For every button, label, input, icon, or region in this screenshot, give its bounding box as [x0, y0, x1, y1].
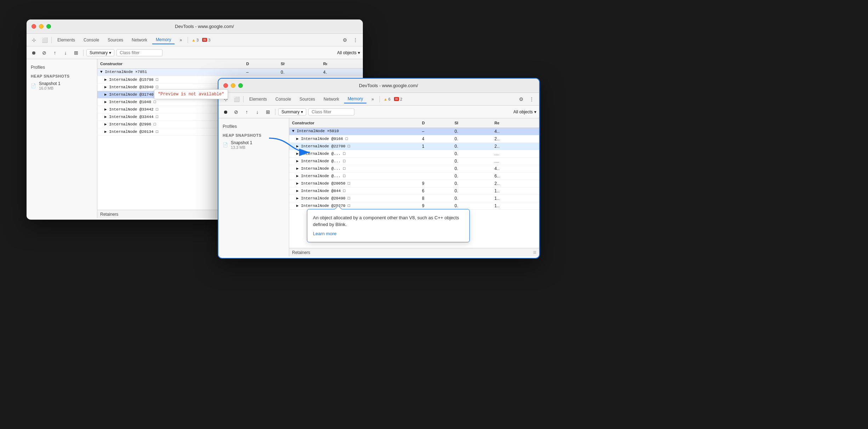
more-icon-1[interactable]: ⋮	[351, 35, 360, 45]
heap-icon-1[interactable]: ⊞	[72, 49, 80, 57]
tab-elements-1[interactable]: Elements	[54, 36, 79, 44]
error-icon-1: ✉	[202, 38, 207, 42]
snapshot-info-2: Snapshot 1 13.3 MB	[231, 140, 252, 149]
table-row[interactable]: ▶ InternalNode @25270 □ 9 0 0 % 15 664 0…	[289, 202, 539, 210]
table-row[interactable]: ▶ InternalNode @... □ 0 ... 1 %	[289, 158, 539, 165]
more-icon-2[interactable]: ⋮	[527, 95, 536, 104]
preview-text-1: "Preview is not available"	[158, 92, 224, 97]
titlebar-1: DevTools - www.google.com/	[27, 19, 363, 34]
table-row[interactable]: ▶ InternalNode @20490 □ 8 0 0 % 15 664 0…	[289, 195, 539, 202]
minimize-button-1[interactable]	[39, 24, 44, 29]
cell-shallow: 0 0 %	[452, 195, 458, 202]
tab-sources-2[interactable]: Sources	[296, 95, 319, 103]
settings-icon-1[interactable]: ⚙	[340, 35, 349, 45]
clear-icon-2[interactable]: ⊘	[232, 108, 240, 116]
cell-distance	[419, 165, 425, 172]
close-button-2[interactable]	[223, 83, 228, 88]
table-row[interactable]: ▶ InternalNode @... □ 0 ... 1 %	[289, 150, 539, 158]
table-row[interactable]: ▼ InternalNode ×5010 – 0 0 % 447 412 3 %	[289, 128, 539, 135]
cell-constructor: ▶ InternalNode @22700 □	[289, 143, 361, 150]
tab-console-2[interactable]: Console	[272, 95, 295, 103]
class-filter-1[interactable]	[116, 49, 162, 56]
snapshot-item-2[interactable]: 📄 Snapshot 1 13.3 MB	[218, 139, 289, 151]
tab-sources-1[interactable]: Sources	[104, 36, 127, 44]
record-icon-1[interactable]: ⏺	[29, 49, 38, 57]
heap-snapshots-title-2: HEAP SNAPSHOTS	[218, 132, 289, 139]
error-badge-2: ✉ 2	[394, 97, 402, 101]
cell-distance: 4	[419, 135, 425, 142]
cell-shallow: 0 0 %	[452, 135, 458, 142]
col-shallow-1: Shallow Size	[278, 61, 285, 67]
maximize-button-2[interactable]	[238, 83, 243, 88]
snapshot-item-1[interactable]: 📄 Snapshot 1 16.0 MB	[27, 80, 97, 92]
action-divider-2	[275, 109, 275, 115]
cell-distance	[419, 150, 425, 157]
tab-elements-2[interactable]: Elements	[246, 95, 270, 103]
cell-constructor: ▶ InternalNode @25270 □	[289, 202, 361, 209]
cell-constructor: ▼ InternalNode ×7851	[97, 69, 178, 76]
tab-memory-2[interactable]: Memory	[344, 95, 366, 103]
cell-distance: –	[419, 128, 425, 135]
action-toolbar-1: ⏺ ⊘ ↑ ↓ ⊞ Summary ▾ All objects ▾	[27, 46, 363, 59]
tab-console-1[interactable]: Console	[80, 36, 103, 44]
learn-more-link[interactable]: Learn more	[313, 231, 336, 236]
clear-icon-1[interactable]: ⊘	[40, 49, 48, 57]
retainers-bar-2: Retainers ≡	[289, 248, 539, 256]
minimize-button-2[interactable]	[231, 83, 235, 88]
tab-memory-1[interactable]: Memory	[152, 36, 175, 44]
summary-dropdown-1[interactable]: Summary ▾	[86, 49, 114, 56]
device-icon[interactable]: ⬜	[40, 35, 49, 45]
snapshot-name-2: Snapshot 1	[231, 140, 252, 145]
heap-icon-2[interactable]: ⊞	[264, 108, 272, 116]
tab-bar-1: ⊹ ⬜ Elements Console Sources Network Mem…	[27, 34, 363, 46]
table-row[interactable]: ▶ InternalNode @... □ 0 608 0 %	[289, 173, 539, 180]
divider-1	[51, 37, 52, 43]
maximize-button-1[interactable]	[46, 24, 51, 29]
upload-icon-1[interactable]: ↑	[51, 49, 59, 57]
summary-dropdown-2[interactable]: Summary ▾	[278, 108, 306, 115]
download-icon-2[interactable]: ↓	[253, 108, 262, 116]
cell-shallow: 0	[452, 150, 458, 157]
warning-icon-2: ▲	[383, 97, 387, 101]
divider-4	[379, 96, 380, 102]
table-row[interactable]: ▶ InternalNode @22700 □ 1 0 0 % 214 928 …	[289, 143, 539, 150]
col-constructor-2: Constructor	[289, 120, 361, 126]
cell-constructor: ▶ InternalNode @... □	[289, 158, 361, 165]
all-objects-label-2: All objects	[513, 109, 533, 114]
tab-more-1[interactable]: »	[176, 36, 185, 44]
cell-distance: –	[244, 69, 249, 76]
class-filter-2[interactable]	[308, 108, 354, 115]
all-objects-dropdown-2[interactable]: All objects ▾	[513, 109, 536, 114]
scrollbar-icon-2: ≡	[533, 249, 536, 256]
record-icon-2[interactable]: ⏺	[221, 108, 230, 116]
tab-more-2[interactable]: »	[368, 95, 377, 103]
table-row[interactable]: ▶ InternalNode @844 □ 6 0 0 % 18 976 0 %	[289, 187, 539, 195]
table-row[interactable]: ▶ InternalNode @... □ 0 44 1 %	[289, 165, 539, 173]
table-row[interactable]: ▶ InternalNode @20050 □ 9 0 0 % 25 608 0…	[289, 180, 539, 187]
inspect-icon[interactable]: ⊹	[29, 35, 39, 45]
sidebar-1: Profiles HEAP SNAPSHOTS 📄 Snapshot 1 16.…	[27, 59, 97, 218]
upload-icon-2[interactable]: ↑	[242, 108, 251, 116]
cell-constructor: ▶ InternalNode @33444 □	[97, 113, 178, 120]
device-icon-2[interactable]: ⬜	[232, 95, 241, 104]
error-badge-1: ✉ 3	[202, 38, 210, 42]
cell-distance: 8	[419, 195, 425, 202]
cell-constructor: ▶ InternalNode @20490 □	[289, 195, 361, 202]
settings-icon-2[interactable]: ⚙	[516, 95, 526, 104]
download-icon-1[interactable]: ↓	[61, 49, 70, 57]
cell-retained: 15 664 0 %	[492, 202, 499, 209]
table-row[interactable]: ▶ InternalNode @9166 □ 4 0 0 % 214 928 2…	[289, 135, 539, 143]
all-objects-dropdown-1[interactable]: All objects ▾	[337, 50, 360, 55]
cell-constructor: ▶ InternalNode @2996 □	[97, 121, 178, 128]
tab-network-1[interactable]: Network	[128, 36, 151, 44]
table-row[interactable]: ▼ InternalNode ×7851 – 0 0 % 486 608 3 %	[97, 69, 363, 76]
tab-network-2[interactable]: Network	[320, 95, 343, 103]
cell-distance: 9	[419, 180, 425, 187]
tab-bar-2: ⊹ ⬜ Elements Console Sources Network Mem…	[218, 93, 539, 106]
snapshot-size-2: 13.3 MB	[231, 145, 252, 149]
close-button-1[interactable]	[32, 24, 36, 29]
window-title-2: DevTools - www.google.com/	[243, 83, 534, 88]
cell-constructor: ▼ InternalNode ×5010	[289, 128, 361, 135]
snapshot-info-1: Snapshot 1 16.0 MB	[39, 81, 61, 90]
cell-shallow: 0	[452, 165, 458, 172]
